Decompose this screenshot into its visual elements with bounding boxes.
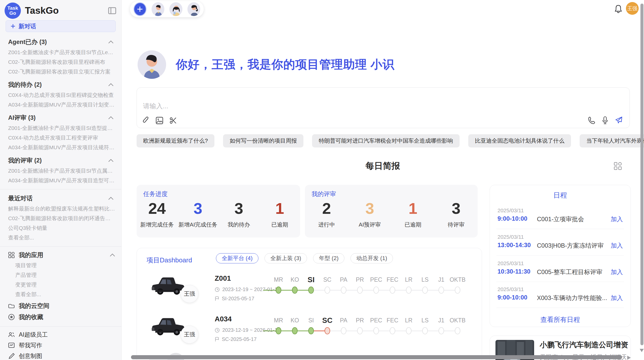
schedule-card: 日程 2025/03/11 9:00-10:00 C001-立项审批会 加入 2… xyxy=(490,185,631,327)
app-item-project-mgmt[interactable]: 项目管理 xyxy=(15,262,115,268)
suggestion-chip[interactable]: 当下年轻人对汽车外观有怎样的喜好趋势 xyxy=(580,134,644,147)
contact-avatar-3[interactable] xyxy=(187,2,200,16)
milestone-circles xyxy=(270,327,466,334)
tool-help-write[interactable]: 帮我写作 xyxy=(8,341,115,349)
tab-powertrain[interactable]: 动总开发 (1) xyxy=(350,253,393,263)
app-item-view-all[interactable]: 查看全部... xyxy=(15,291,115,297)
chat-input[interactable] xyxy=(142,102,448,110)
tab-model-year[interactable]: 年型 (2) xyxy=(313,253,344,263)
contact-avatar-1[interactable] xyxy=(152,2,164,16)
sidebar-task-item[interactable]: C02-飞腾新能源轻客改款项目立项汇报方案 xyxy=(8,69,115,75)
project-row-a034[interactable]: 王强 A034 2023-12-19 ~ 2026-01-19 SC-2025-… xyxy=(137,313,482,354)
event-join-link[interactable]: 加入 xyxy=(611,268,623,276)
sidebar-task-item[interactable]: A034-全新新能源MUV产品开发项目计划变更表编写 xyxy=(8,102,115,108)
sidebar-task-item[interactable]: A034-全新新能源MUV产品开发项目法规符合性评审 xyxy=(8,144,115,151)
chevron-up-icon[interactable] xyxy=(108,83,114,86)
writing-icon xyxy=(8,342,15,348)
event-join-link[interactable]: 加入 xyxy=(611,294,623,302)
view-all-schedule-link[interactable]: 查看所有日程 xyxy=(490,315,631,324)
event-name: X003-车辆动力学性能验... xyxy=(537,294,607,302)
dashboard-title: 项目Dashboard xyxy=(147,256,192,265)
project-owner-badge: 王强 xyxy=(181,326,198,343)
divider xyxy=(496,255,624,256)
my-cloud-row[interactable]: 我的云空间 xyxy=(8,302,115,310)
section-ai-review[interactable]: AI评审 (3) xyxy=(8,114,114,122)
horizontal-scrollbar-thumb[interactable] xyxy=(131,355,622,359)
project-row-z001[interactable]: 王强 Z001 2023-12-19 ~ 2027-01-19 SI-2025-… xyxy=(137,272,482,313)
sidebar-task-item[interactable]: Z001-全新燃油轻卡产品开发项目SI节点属性5D文件评审 xyxy=(8,168,115,174)
paperclip-icon[interactable] xyxy=(142,117,150,124)
vertical-scrollbar-thumb[interactable] xyxy=(640,4,643,345)
scroll-down-arrow[interactable] xyxy=(640,349,644,352)
section-recent-chats[interactable]: 最近对话 xyxy=(8,194,114,202)
contact-avatar-2[interactable] xyxy=(169,2,182,16)
event-join-link[interactable]: 加入 xyxy=(611,242,623,250)
recent-chat-item[interactable]: 解释最新出台的欧盟报废车法规再生塑料比例被调至15%... xyxy=(8,206,115,212)
suggestion-chip[interactable]: 如何写一份清晰的项目周报 xyxy=(223,134,303,147)
tool-creative-draw[interactable]: 创意制图 xyxy=(8,352,115,360)
scroll-right-arrow[interactable] xyxy=(627,356,631,360)
chevron-up-icon[interactable] xyxy=(110,253,115,257)
section-my-todo[interactable]: 我的待办 (2) xyxy=(8,81,114,88)
scissors-icon[interactable] xyxy=(169,117,177,124)
my-review-card: 我的评审 2 进行中 3 AI预评审 1 已逾期 3 待评审 xyxy=(305,185,478,237)
sidebar-task-item[interactable]: C0X4-动力总成开发项目SI里程碑提交物检查 xyxy=(8,92,115,98)
chevron-up-icon[interactable] xyxy=(108,197,114,200)
chevron-up-icon[interactable] xyxy=(108,159,114,162)
project-owner-badge: 王强 xyxy=(181,285,198,303)
logo-text-1: Task xyxy=(7,6,18,11)
app-item-change-mgmt[interactable]: 变更管理 xyxy=(15,282,115,288)
app-item-product-mgmt[interactable]: 产品管理 xyxy=(15,272,115,278)
app-logo: Task Go xyxy=(5,3,21,19)
tool-ai-super-staff[interactable]: AI超级员工 xyxy=(8,331,115,338)
briefing-layout-icon[interactable] xyxy=(613,162,622,171)
sidebar-task-item[interactable]: C02-飞腾新能源轻客改款项目里程碑画布 xyxy=(8,59,115,65)
user-avatar[interactable]: 王强 xyxy=(626,2,639,15)
tab-new-body[interactable]: 全新上装 (3) xyxy=(265,253,307,263)
chevron-up-icon[interactable] xyxy=(108,116,114,119)
recent-chat-item[interactable]: 公司Q3轻卡销量 xyxy=(8,225,115,231)
project-code: Z001 xyxy=(215,274,231,282)
my-apps-row[interactable]: 我的应用 xyxy=(8,251,115,259)
plus-icon xyxy=(10,24,16,29)
microphone-icon[interactable] xyxy=(602,116,608,124)
recent-chat-item[interactable]: C02-飞腾新能源轻客改款项目的闭环通告反馈情况 xyxy=(8,215,115,221)
add-conversation-button[interactable] xyxy=(134,2,147,16)
sidebar: Task Go TaskGo 新对话 Agent已办 (3) Z001-全新燃油… xyxy=(0,0,122,360)
input-actions xyxy=(588,116,623,124)
stat-new-ai-done: 3 新增AI完成任务 xyxy=(178,199,218,229)
apps-grid-icon xyxy=(8,252,15,258)
plus-icon xyxy=(137,6,143,12)
notification-bell-icon[interactable] xyxy=(614,5,622,14)
section-agent-done[interactable]: Agent已办 (3) xyxy=(8,38,114,46)
stat-ai-prereview: 3 AI预评审 xyxy=(348,199,391,229)
stat-in-progress: 2 进行中 xyxy=(305,199,348,229)
event-join-link[interactable]: 加入 xyxy=(611,215,623,223)
new-chat-button[interactable]: 新对话 xyxy=(6,20,116,32)
phone-icon[interactable] xyxy=(588,116,595,124)
tab-new-platform[interactable]: 全新平台 (4) xyxy=(216,253,258,263)
collapse-sidebar-icon[interactable] xyxy=(108,7,116,14)
event-time: 13:00-14:30 xyxy=(497,242,531,249)
image-icon[interactable] xyxy=(156,117,163,124)
stat-new-done: 24 新增完成任务 xyxy=(137,199,178,229)
suggestion-chip[interactable]: 欧洲新规最近颁布了什么? xyxy=(137,134,214,147)
sidebar-task-item[interactable]: Z001-全新燃油轻卡产品开发项目SI造型提交物评审 xyxy=(8,125,115,131)
event-date: 2025/03/11 xyxy=(497,234,524,240)
sidebar-task-item[interactable]: C0X4-动力总成开发项目工程变更评审 xyxy=(8,135,115,141)
recent-view-all[interactable]: 查看全部... xyxy=(8,235,115,241)
flag-icon xyxy=(215,337,219,342)
chevron-up-icon[interactable] xyxy=(108,40,114,44)
sidebar-task-item[interactable]: A034-全新新能源MUV产品开发项目造型可行性评审 xyxy=(8,177,115,184)
my-favorites-row[interactable]: 我的收藏 xyxy=(8,313,115,321)
truck-image xyxy=(151,274,184,296)
suggestion-chips: 欧洲新规最近颁布了什么? 如何写一份清晰的项目周报 特朗普可能对进口汽车增税会对… xyxy=(137,134,630,147)
dashboard-tabs: 全新平台 (4) 全新上装 (3) 年型 (2) 动总开发 (1) xyxy=(216,253,393,263)
sidebar-task-item[interactable]: Z001-全新燃油皮卡产品开发项目SI节点Lesson Learn报告 xyxy=(8,49,115,55)
suggestion-chip[interactable]: 比亚迪全固态电池计划具体说了什么 xyxy=(468,134,571,147)
suggestion-chip[interactable]: 特朗普可能对进口汽车增税会对中国车企造成哪些影响 xyxy=(312,134,460,147)
divider xyxy=(0,246,121,247)
send-icon[interactable] xyxy=(615,116,623,124)
pen-icon xyxy=(8,353,15,359)
section-my-review[interactable]: 我的评审 (2) xyxy=(8,157,114,164)
